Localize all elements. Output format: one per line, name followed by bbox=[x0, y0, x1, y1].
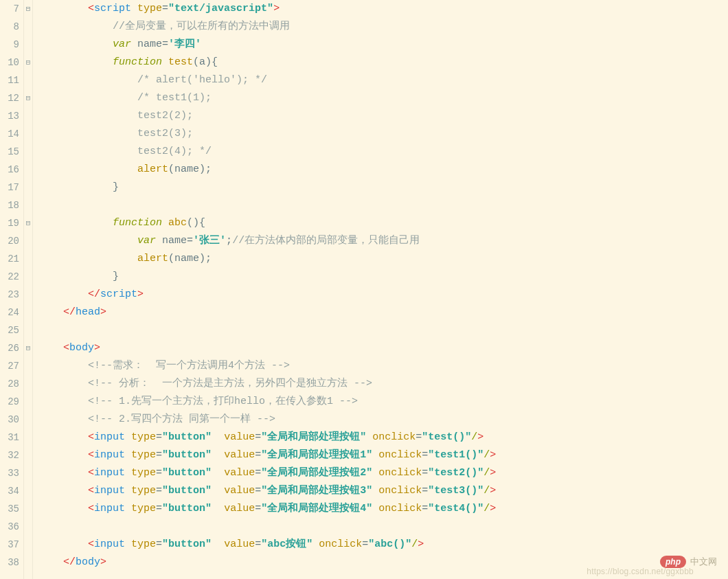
token-st: "button" bbox=[162, 467, 212, 479]
token-st: "abc()" bbox=[368, 538, 411, 550]
code-line[interactable] bbox=[38, 518, 728, 536]
token-p bbox=[372, 485, 378, 497]
token-st: "全局和局部处理按钮4" bbox=[261, 503, 372, 514]
code-line[interactable] bbox=[38, 321, 728, 339]
code-line[interactable]: <input type="button" value="全局和局部处理按钮1" … bbox=[38, 446, 728, 464]
token-fn: abc bbox=[168, 217, 187, 229]
code-line[interactable]: <!-- 2.写四个方法 同第一个一样 --> bbox=[38, 411, 728, 429]
token-br: > bbox=[137, 288, 144, 300]
code-line[interactable]: <!-- 1.先写一个主方法，打印hello，在传入参数1 --> bbox=[38, 393, 728, 411]
token-at: type bbox=[131, 431, 156, 443]
fold-spacer bbox=[24, 304, 32, 321]
code-line[interactable]: //全局变量，可以在所有的方法中调用 bbox=[38, 18, 728, 36]
code-line[interactable]: alert(name); bbox=[38, 161, 728, 179]
token-st: "全局和局部处理按钮1" bbox=[261, 449, 372, 461]
code-line[interactable]: var name='李四' bbox=[38, 36, 728, 54]
line-number: 10 bbox=[0, 54, 19, 71]
fold-spacer bbox=[24, 179, 32, 196]
fold-toggle-icon[interactable]: ⊟ bbox=[24, 339, 32, 357]
token-cm: test2(2); bbox=[137, 110, 193, 122]
code-line[interactable]: <input type="button" value="全局和局部处理按钮4" … bbox=[38, 500, 728, 518]
token-br: > bbox=[477, 431, 484, 443]
token-at: value bbox=[224, 538, 255, 550]
code-line[interactable]: } bbox=[38, 179, 728, 196]
code-line[interactable]: alert(name); bbox=[38, 250, 728, 268]
watermark-badge: php bbox=[660, 556, 686, 568]
token-tg: body bbox=[69, 342, 94, 354]
token-br: </ bbox=[88, 288, 100, 300]
fold-toggle-icon[interactable]: ⊟ bbox=[24, 54, 32, 71]
token-eq: = bbox=[162, 38, 168, 50]
code-line[interactable]: <!--需求： 写一个方法调用4个方法 --> bbox=[38, 357, 728, 375]
token-p: ( bbox=[168, 163, 174, 175]
token-at: value bbox=[224, 467, 255, 479]
token-br: > bbox=[418, 538, 424, 550]
token-op: / bbox=[471, 431, 477, 443]
token-st: "button" bbox=[162, 538, 212, 550]
token-eq: = bbox=[362, 538, 368, 550]
token-br: < bbox=[88, 3, 94, 14]
code-line[interactable]: <!-- 分析： 一个方法是主方法，另外四个是独立方法 --> bbox=[38, 375, 728, 393]
token-cm: /* test1(1); bbox=[137, 92, 212, 104]
code-line[interactable]: </script> bbox=[38, 286, 728, 304]
token-at: onclick bbox=[372, 431, 416, 443]
code-line[interactable]: <input type="button" value="abc按钮" oncli… bbox=[38, 536, 728, 554]
line-number: 26 bbox=[0, 339, 19, 357]
token-nm: name bbox=[162, 235, 187, 247]
token-p bbox=[212, 449, 224, 461]
token-p: ( bbox=[168, 253, 174, 264]
token-op: / bbox=[411, 538, 418, 550]
code-line[interactable]: <input type="button" value="全局和局部处理按钮2" … bbox=[38, 464, 728, 482]
fold-gutter: ⊟⊟⊟⊟⊟ bbox=[23, 0, 33, 579]
token-p: ); bbox=[199, 163, 212, 175]
token-at: value bbox=[224, 485, 255, 497]
code-line[interactable] bbox=[38, 196, 728, 214]
code-line[interactable]: test2(4); */ bbox=[38, 143, 728, 161]
token-p bbox=[38, 288, 88, 300]
code-line[interactable]: function abc(){ bbox=[38, 214, 728, 232]
token-st: "test2()" bbox=[428, 467, 484, 479]
fold-toggle-icon[interactable]: ⊟ bbox=[24, 214, 32, 232]
token-p bbox=[38, 146, 137, 157]
token-cm: <!-- 分析： 一个方法是主方法，另外四个是独立方法 --> bbox=[88, 378, 372, 389]
code-line[interactable]: var name='张三';//在方法体内部的局部变量，只能自己用 bbox=[38, 232, 728, 250]
token-p bbox=[38, 467, 88, 479]
token-cm: <!-- 2.写四个方法 同第一个一样 --> bbox=[88, 413, 275, 425]
code-line[interactable]: <body> bbox=[38, 339, 728, 357]
code-line[interactable]: <input type="button" value="全局和局部处理按钮3" … bbox=[38, 482, 728, 500]
code-line[interactable]: /* test1(1); bbox=[38, 89, 728, 107]
fold-spacer bbox=[24, 125, 32, 143]
line-number: 31 bbox=[0, 429, 19, 446]
line-number: 23 bbox=[0, 286, 19, 304]
code-line[interactable]: /* alert('hello'); */ bbox=[38, 71, 728, 89]
code-line[interactable]: } bbox=[38, 268, 728, 286]
line-number: 8 bbox=[0, 18, 19, 36]
code-line[interactable]: <input type="button" value="全局和局部处理按钮" o… bbox=[38, 429, 728, 446]
code-line[interactable]: <script type="text/javascript"> bbox=[38, 0, 728, 18]
line-number: 17 bbox=[0, 179, 19, 196]
code-line[interactable]: function test(a){ bbox=[38, 54, 728, 71]
code-line[interactable]: </head> bbox=[38, 304, 728, 321]
token-at: type bbox=[131, 538, 156, 550]
token-tg: input bbox=[94, 485, 125, 497]
token-p bbox=[372, 503, 378, 514]
token-eq: = bbox=[156, 467, 162, 479]
token-br: </ bbox=[63, 306, 76, 318]
token-st: "test1()" bbox=[428, 449, 484, 461]
token-cm: <!--需求： 写一个方法调用4个方法 --> bbox=[88, 360, 290, 372]
token-tg: input bbox=[94, 431, 125, 443]
token-at: onclick bbox=[378, 503, 422, 514]
fold-toggle-icon[interactable]: ⊟ bbox=[24, 0, 32, 18]
code-area[interactable]: <script type="text/javascript"> //全局变量，可… bbox=[33, 0, 728, 579]
token-p bbox=[312, 538, 319, 550]
code-line[interactable]: test2(3); bbox=[38, 125, 728, 143]
fold-spacer bbox=[24, 18, 32, 36]
token-eq: = bbox=[156, 449, 162, 461]
token-p bbox=[38, 21, 113, 32]
token-p bbox=[38, 413, 88, 425]
token-p bbox=[131, 38, 137, 50]
token-eq: = bbox=[422, 485, 428, 497]
fold-toggle-icon[interactable]: ⊟ bbox=[24, 89, 32, 107]
token-p bbox=[125, 503, 131, 514]
code-line[interactable]: test2(2); bbox=[38, 107, 728, 125]
